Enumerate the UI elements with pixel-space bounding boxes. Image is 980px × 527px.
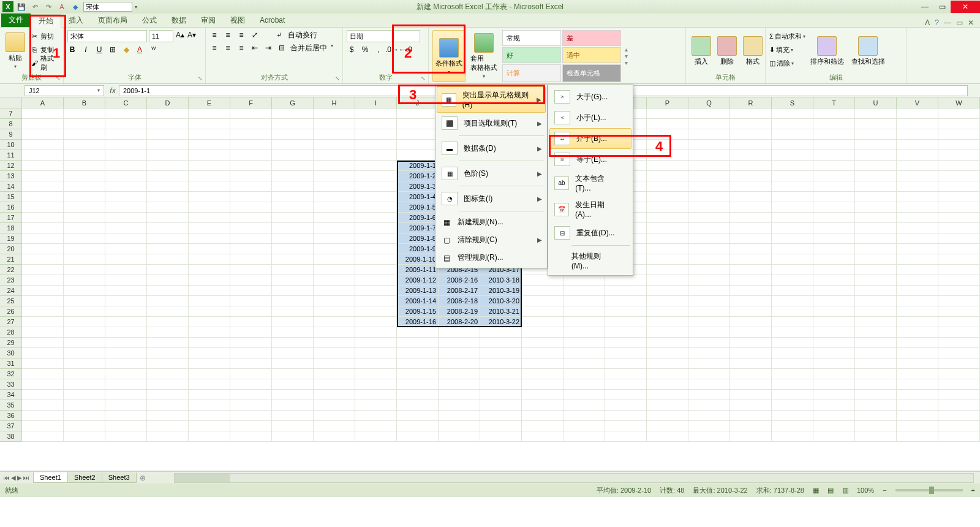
row-header[interactable]: 13 xyxy=(0,171,22,181)
cell[interactable] xyxy=(564,306,605,317)
cell[interactable] xyxy=(230,119,272,129)
currency-icon[interactable]: $ xyxy=(347,45,356,55)
cell[interactable] xyxy=(230,411,272,421)
cell[interactable] xyxy=(189,358,230,369)
cell[interactable] xyxy=(272,327,314,338)
cell[interactable] xyxy=(105,390,147,400)
row-header[interactable]: 37 xyxy=(0,421,22,431)
cell[interactable] xyxy=(64,223,105,233)
cell[interactable] xyxy=(230,306,272,317)
cell[interactable]: 2010-3-20 xyxy=(480,296,522,306)
cell[interactable] xyxy=(397,411,439,421)
cell[interactable] xyxy=(897,233,938,244)
cell[interactable] xyxy=(897,223,938,233)
cell[interactable] xyxy=(105,244,147,254)
cell[interactable] xyxy=(897,140,938,150)
cell[interactable] xyxy=(564,400,605,411)
cell[interactable] xyxy=(22,181,64,192)
cell[interactable] xyxy=(480,411,522,421)
row-header[interactable]: 21 xyxy=(0,254,22,265)
cell[interactable] xyxy=(272,233,314,244)
style-calc[interactable]: 计算 xyxy=(502,64,561,82)
cell[interactable] xyxy=(605,286,647,296)
cell[interactable] xyxy=(522,327,564,338)
cell[interactable] xyxy=(772,233,813,244)
cell[interactable] xyxy=(189,244,230,254)
cell[interactable] xyxy=(314,411,355,421)
cell[interactable] xyxy=(772,254,813,265)
cell[interactable] xyxy=(688,108,730,119)
cell[interactable] xyxy=(314,306,355,317)
cell[interactable] xyxy=(105,400,147,411)
format-painter-button[interactable]: 🖌格式刷 xyxy=(29,57,59,69)
cell[interactable] xyxy=(813,192,855,202)
cell[interactable] xyxy=(22,192,64,202)
cell[interactable] xyxy=(938,431,980,442)
cell[interactable] xyxy=(938,244,980,254)
cell[interactable] xyxy=(22,286,64,296)
cell[interactable] xyxy=(938,129,980,140)
cell[interactable] xyxy=(647,265,688,275)
cell[interactable] xyxy=(730,140,772,150)
cell[interactable] xyxy=(64,150,105,161)
cell[interactable] xyxy=(730,213,772,223)
cell[interactable] xyxy=(730,233,772,244)
cell[interactable] xyxy=(355,296,397,306)
cell[interactable] xyxy=(147,150,189,161)
cell[interactable] xyxy=(147,306,189,317)
cell[interactable] xyxy=(272,338,314,348)
cell[interactable] xyxy=(730,171,772,181)
cell[interactable] xyxy=(272,411,314,421)
cell[interactable] xyxy=(813,421,855,431)
cell[interactable] xyxy=(897,192,938,202)
cell[interactable] xyxy=(730,192,772,202)
cell[interactable] xyxy=(189,421,230,431)
col-header[interactable]: W xyxy=(938,97,980,108)
cell[interactable]: 2009-1-11 xyxy=(397,265,439,275)
cell[interactable] xyxy=(147,379,189,390)
cell[interactable] xyxy=(647,129,688,140)
cell[interactable] xyxy=(897,421,938,431)
cell[interactable] xyxy=(813,327,855,338)
align-middle-icon[interactable]: ≡ xyxy=(223,30,233,40)
cell[interactable] xyxy=(272,129,314,140)
cell[interactable] xyxy=(855,140,897,150)
cell[interactable] xyxy=(480,421,522,431)
cell[interactable]: 2009-1-9 xyxy=(397,244,439,254)
cell[interactable] xyxy=(813,171,855,181)
cell[interactable] xyxy=(397,369,439,379)
cell[interactable] xyxy=(230,171,272,181)
cell[interactable] xyxy=(564,338,605,348)
cell[interactable] xyxy=(897,390,938,400)
cell[interactable]: 2009-1-1 xyxy=(397,161,439,171)
cell[interactable] xyxy=(105,213,147,223)
cell[interactable] xyxy=(772,213,813,223)
cell[interactable] xyxy=(22,348,64,358)
insert-cells-button[interactable]: 插入 xyxy=(690,30,713,72)
cell[interactable] xyxy=(439,411,480,421)
sheet-nav-first-icon[interactable]: ⏮ xyxy=(4,474,10,481)
row-header[interactable]: 38 xyxy=(0,431,22,442)
cell[interactable] xyxy=(64,275,105,286)
cell[interactable]: 2009-1-12 xyxy=(397,275,439,286)
cell[interactable] xyxy=(605,317,647,327)
cell[interactable] xyxy=(355,327,397,338)
gallery-more-icon[interactable]: ▾ xyxy=(625,59,628,66)
name-box[interactable]: J12▾ xyxy=(24,85,104,96)
cell[interactable] xyxy=(480,338,522,348)
cell[interactable] xyxy=(272,213,314,223)
cell[interactable] xyxy=(564,286,605,296)
fx-icon[interactable]: fx xyxy=(107,86,119,95)
cell[interactable] xyxy=(897,400,938,411)
cell[interactable] xyxy=(480,358,522,369)
cell[interactable] xyxy=(64,317,105,327)
col-header[interactable]: H xyxy=(314,97,355,108)
cell[interactable] xyxy=(272,358,314,369)
tab-formulas[interactable]: 公式 xyxy=(135,13,164,27)
cell[interactable] xyxy=(22,411,64,421)
cell[interactable] xyxy=(105,306,147,317)
cell[interactable] xyxy=(272,431,314,442)
cell[interactable] xyxy=(897,254,938,265)
cell[interactable] xyxy=(730,181,772,192)
cell[interactable] xyxy=(147,140,189,150)
